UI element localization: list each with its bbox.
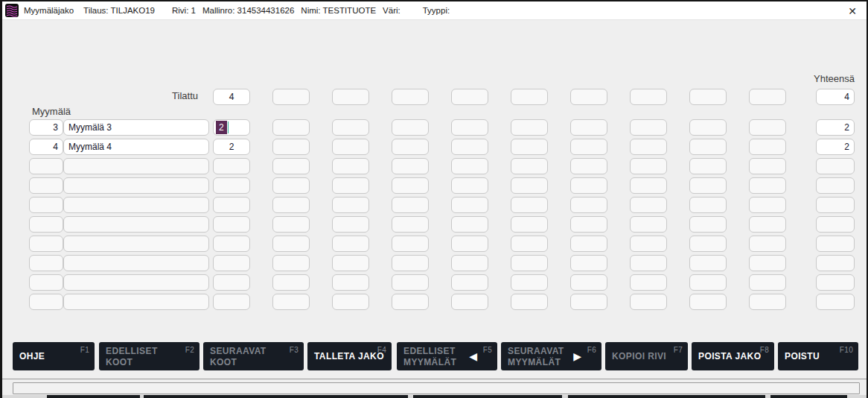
size-quantity-cell[interactable]	[630, 119, 667, 136]
size-quantity-cell[interactable]	[332, 274, 369, 291]
row-total-cell[interactable]	[816, 216, 855, 233]
store-number-field[interactable]	[29, 255, 63, 271]
size-quantity-cell[interactable]	[451, 255, 488, 271]
size-quantity-cell[interactable]	[630, 294, 667, 310]
size-quantity-cell[interactable]	[749, 197, 786, 213]
size-quantity-cell[interactable]	[332, 197, 369, 213]
size-quantity-cell[interactable]	[213, 216, 250, 233]
size-quantity-cell[interactable]	[392, 197, 429, 213]
size-quantity-cell[interactable]	[213, 294, 250, 310]
poistu-button[interactable]: POISTUF10	[778, 342, 858, 370]
ordered-size-cell[interactable]	[511, 89, 548, 105]
size-quantity-cell[interactable]	[511, 236, 548, 252]
ordered-size-cell[interactable]	[272, 89, 310, 105]
row-total-cell[interactable]	[816, 255, 855, 271]
size-quantity-cell[interactable]	[213, 236, 250, 252]
size-quantity-cell[interactable]	[689, 158, 727, 174]
size-quantity-cell[interactable]	[749, 158, 786, 174]
size-quantity-cell[interactable]: 2	[213, 139, 250, 155]
size-quantity-cell[interactable]	[749, 119, 786, 136]
seuraavat-koot-button[interactable]: SEURAAVAT KOOTF3	[203, 342, 304, 370]
size-quantity-cell[interactable]	[511, 294, 548, 310]
size-quantity-cell[interactable]	[749, 139, 786, 155]
store-name-field[interactable]	[63, 294, 209, 310]
size-quantity-cell[interactable]	[570, 158, 607, 174]
size-quantity-cell[interactable]	[689, 197, 727, 213]
store-name-field[interactable]	[63, 177, 209, 194]
row-total-cell[interactable]	[816, 274, 855, 291]
size-quantity-cell[interactable]	[272, 158, 310, 174]
size-quantity-cell[interactable]	[272, 236, 310, 252]
ordered-size-cell[interactable]	[332, 89, 369, 105]
size-quantity-cell[interactable]	[689, 139, 727, 155]
size-quantity-cell[interactable]	[392, 294, 429, 310]
size-quantity-cell[interactable]	[749, 274, 786, 291]
size-quantity-cell[interactable]	[272, 274, 310, 291]
size-quantity-cell[interactable]	[511, 158, 548, 174]
size-quantity-cell[interactable]	[392, 216, 429, 233]
size-quantity-cell[interactable]	[570, 119, 607, 136]
ordered-size-cell[interactable]	[749, 89, 786, 105]
store-name-field[interactable]	[63, 236, 209, 252]
size-quantity-cell[interactable]	[272, 216, 310, 233]
size-quantity-cell[interactable]	[511, 197, 548, 213]
size-quantity-cell[interactable]	[689, 236, 727, 252]
size-quantity-cell[interactable]	[213, 255, 250, 271]
size-quantity-cell[interactable]	[332, 119, 369, 136]
size-quantity-cell[interactable]	[749, 255, 786, 271]
size-quantity-cell[interactable]	[570, 177, 607, 194]
size-quantity-cell[interactable]	[392, 236, 429, 252]
size-quantity-cell[interactable]	[570, 139, 607, 155]
store-number-field[interactable]	[29, 197, 63, 213]
size-quantity-cell[interactable]	[570, 216, 607, 233]
store-name-field[interactable]	[63, 255, 209, 271]
kopioi-rivi-button[interactable]: KOPIOI RIVIF7	[605, 342, 688, 370]
ordered-size-cell[interactable]: 4	[213, 89, 250, 105]
size-quantity-cell[interactable]	[272, 255, 310, 271]
size-quantity-cell[interactable]	[689, 177, 727, 194]
row-total-cell[interactable]: 2	[816, 119, 855, 136]
close-icon[interactable]: ✕	[845, 4, 860, 19]
size-quantity-cell[interactable]	[689, 274, 727, 291]
size-quantity-cell[interactable]	[570, 197, 607, 213]
size-quantity-cell[interactable]	[570, 255, 607, 271]
talleta-jako-button[interactable]: TALLETA JAKOF4	[307, 342, 392, 370]
size-quantity-cell[interactable]	[213, 177, 250, 194]
size-quantity-cell[interactable]	[511, 139, 548, 155]
size-quantity-cell[interactable]	[272, 197, 310, 213]
size-quantity-cell[interactable]	[213, 158, 250, 174]
store-name-field[interactable]	[63, 216, 209, 233]
size-quantity-cell[interactable]	[451, 274, 488, 291]
size-quantity-cell[interactable]	[392, 158, 429, 174]
size-quantity-cell[interactable]	[630, 158, 667, 174]
size-quantity-cell[interactable]	[332, 236, 369, 252]
size-quantity-cell[interactable]	[451, 158, 488, 174]
size-quantity-cell[interactable]	[630, 216, 667, 233]
size-quantity-cell[interactable]	[332, 158, 369, 174]
size-quantity-cell[interactable]	[451, 294, 488, 310]
row-total-cell[interactable]	[816, 177, 855, 194]
ordered-size-cell[interactable]	[630, 89, 667, 105]
size-quantity-cell[interactable]	[630, 274, 667, 291]
size-quantity-cell[interactable]	[392, 139, 429, 155]
size-quantity-cell[interactable]	[511, 255, 548, 271]
poista-jako-button[interactable]: POISTA JAKOF8	[692, 342, 774, 370]
size-quantity-cell[interactable]	[451, 119, 488, 136]
size-quantity-cell[interactable]	[451, 177, 488, 194]
store-number-field[interactable]: 4	[29, 139, 63, 155]
ordered-size-cell[interactable]	[570, 89, 607, 105]
size-quantity-cell[interactable]	[511, 177, 548, 194]
size-quantity-cell[interactable]	[332, 255, 369, 271]
store-number-field[interactable]	[29, 216, 63, 233]
store-name-field[interactable]	[63, 197, 209, 213]
store-name-field[interactable]	[63, 274, 209, 291]
row-total-cell[interactable]	[816, 158, 855, 174]
ordered-size-cell[interactable]	[451, 89, 488, 105]
size-quantity-cell[interactable]	[332, 294, 369, 310]
size-quantity-cell[interactable]	[272, 294, 310, 310]
size-quantity-cell[interactable]	[392, 255, 429, 271]
size-quantity-cell[interactable]	[630, 255, 667, 271]
size-quantity-cell[interactable]	[749, 216, 786, 233]
store-number-field[interactable]: 3	[29, 119, 63, 136]
size-quantity-cell[interactable]	[511, 274, 548, 291]
